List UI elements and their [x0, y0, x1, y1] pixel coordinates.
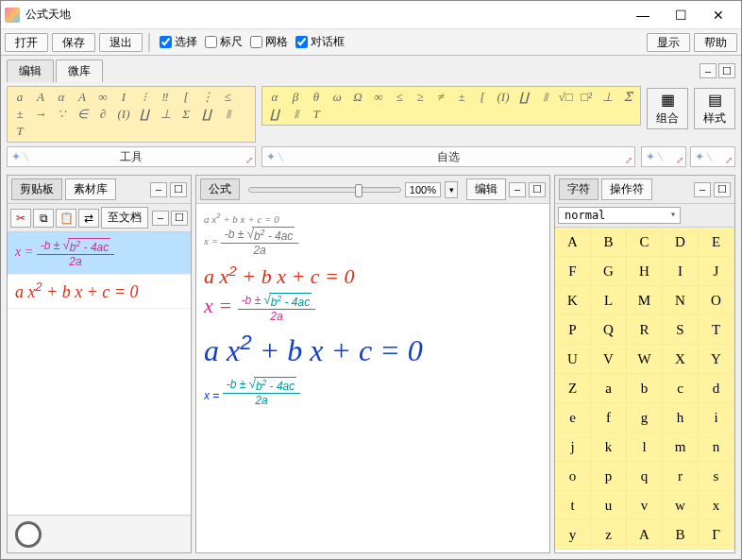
ruler-checkbox[interactable]: 标尺: [205, 34, 243, 50]
char-cell[interactable]: q: [627, 462, 663, 491]
char-cell[interactable]: H: [627, 257, 663, 286]
symbol-cell[interactable]: →: [30, 106, 51, 123]
maximize-button[interactable]: ☐: [662, 2, 700, 28]
formula-canvas[interactable]: a x2 + b x + c = 0 x = -b ± √b2 - 4ac2a …: [196, 204, 549, 552]
symbol-cell[interactable]: θ: [306, 89, 327, 106]
record-button[interactable]: [15, 521, 42, 548]
symbol-cell[interactable]: Σ: [176, 106, 196, 123]
char-cell[interactable]: S: [663, 315, 699, 345]
zoom-slider[interactable]: [248, 187, 401, 193]
symbol-cell[interactable]: ±: [451, 89, 472, 106]
toolbar-restore[interactable]: ☐: [171, 211, 188, 226]
char-cell[interactable]: N: [663, 286, 699, 315]
symbol-cell[interactable]: ±: [9, 106, 30, 123]
char-cell[interactable]: W: [627, 345, 663, 374]
char-cell[interactable]: Α: [627, 520, 663, 550]
symbol-cell[interactable]: ⁝: [134, 89, 155, 106]
char-cell[interactable]: w: [663, 491, 699, 520]
clip-item[interactable]: a x2 + b x + c = 0: [8, 275, 191, 309]
tab-edit[interactable]: 编辑: [7, 59, 54, 82]
tab-ops[interactable]: 操作符: [601, 178, 652, 200]
to-doc-button[interactable]: 至文档: [101, 207, 148, 229]
zoom-dropdown[interactable]: ▾: [445, 181, 458, 198]
symbol-cell[interactable]: (I): [493, 89, 514, 106]
char-cell[interactable]: v: [627, 491, 663, 520]
clip-item[interactable]: x = -b ± √b2 - 4ac2a: [8, 232, 191, 275]
symbol-cell[interactable]: ⦀: [217, 106, 238, 123]
char-cell[interactable]: n: [699, 433, 734, 462]
charset-dropdown[interactable]: normal: [558, 207, 681, 224]
combine-button[interactable]: ▦ 组合: [647, 88, 688, 129]
style-button[interactable]: ▤ 样式: [694, 88, 735, 129]
char-cell[interactable]: L: [591, 286, 627, 315]
char-cell[interactable]: h: [663, 403, 699, 433]
char-cell[interactable]: z: [591, 520, 627, 550]
symbol-cell[interactable]: [: [176, 89, 196, 106]
symbol-cell[interactable]: ∐: [196, 106, 217, 123]
toolbar-minimize[interactable]: –: [152, 211, 169, 226]
char-cell[interactable]: E: [699, 228, 734, 257]
tab-formula[interactable]: 公式: [200, 178, 240, 200]
symbol-cell[interactable]: ∂: [93, 106, 113, 123]
panel-minimize[interactable]: –: [509, 182, 526, 197]
symbol-cell[interactable]: ∵: [51, 106, 72, 123]
char-cell[interactable]: o: [555, 462, 591, 491]
char-cell[interactable]: X: [663, 345, 699, 374]
symbol-cell[interactable]: (I): [113, 106, 134, 123]
save-button[interactable]: 保存: [52, 33, 95, 52]
char-cell[interactable]: x: [699, 491, 734, 520]
panel-restore[interactable]: ☐: [170, 182, 187, 197]
char-cell[interactable]: C: [627, 228, 663, 257]
minimize-button[interactable]: —: [624, 2, 662, 28]
char-cell[interactable]: M: [627, 286, 663, 315]
symbol-cell[interactable]: ∐: [134, 106, 155, 123]
symbol-cell[interactable]: ≠: [430, 89, 451, 106]
char-cell[interactable]: e: [555, 403, 591, 433]
symbol-cell[interactable]: ⊥: [597, 89, 617, 106]
char-cell[interactable]: i: [699, 403, 734, 433]
close-button[interactable]: ✕: [700, 2, 737, 28]
tab-assets[interactable]: 素材库: [65, 178, 116, 200]
char-cell[interactable]: s: [699, 462, 734, 491]
panel-restore[interactable]: ☐: [714, 182, 731, 197]
symbol-cell[interactable]: [: [472, 89, 493, 106]
symbol-cell[interactable]: a: [9, 89, 30, 106]
symbol-cell[interactable]: √□: [555, 89, 576, 106]
symbol-cell[interactable]: β: [285, 89, 306, 106]
symbol-cell[interactable]: A: [30, 89, 51, 106]
symbol-cell[interactable]: ⊥: [155, 106, 176, 123]
char-cell[interactable]: Γ: [699, 520, 734, 550]
char-cell[interactable]: A: [555, 228, 591, 257]
char-cell[interactable]: B: [591, 228, 627, 257]
tab-chars[interactable]: 字符: [559, 178, 599, 200]
symbol-cell[interactable]: ⦀: [534, 89, 555, 106]
char-cell[interactable]: I: [663, 257, 699, 286]
dialog-checkbox[interactable]: 对话框: [295, 34, 345, 50]
char-cell[interactable]: U: [555, 345, 591, 374]
symbol-cell[interactable]: ∐: [514, 89, 534, 106]
wand-box-1[interactable]: ✦﹨⤢: [641, 146, 686, 167]
char-cell[interactable]: y: [555, 520, 591, 550]
symbol-cell[interactable]: Α: [72, 89, 93, 106]
char-cell[interactable]: j: [555, 433, 591, 462]
tools-label-box[interactable]: ✦﹨ 工具 ⤢: [7, 146, 256, 167]
char-cell[interactable]: Y: [699, 345, 734, 374]
symbol-cell[interactable]: ≤: [217, 89, 238, 106]
select-checkbox[interactable]: 选择: [160, 34, 197, 50]
symbol-cell[interactable]: ≤: [389, 89, 410, 106]
edit-button[interactable]: 编辑: [466, 178, 506, 200]
char-cell[interactable]: g: [627, 403, 663, 433]
char-cell[interactable]: O: [699, 286, 734, 315]
char-cell[interactable]: a: [591, 374, 627, 403]
char-cell[interactable]: b: [627, 374, 663, 403]
char-cell[interactable]: R: [627, 315, 663, 345]
char-cell[interactable]: r: [663, 462, 699, 491]
char-cell[interactable]: Q: [591, 315, 627, 345]
char-cell[interactable]: u: [591, 491, 627, 520]
grid-checkbox[interactable]: 网格: [250, 34, 288, 50]
symbol-cell[interactable]: Σ̄: [617, 89, 638, 106]
symbol-cell[interactable]: α: [264, 89, 285, 106]
char-cell[interactable]: c: [663, 374, 699, 403]
char-cell[interactable]: P: [555, 315, 591, 345]
char-cell[interactable]: Z: [555, 374, 591, 403]
